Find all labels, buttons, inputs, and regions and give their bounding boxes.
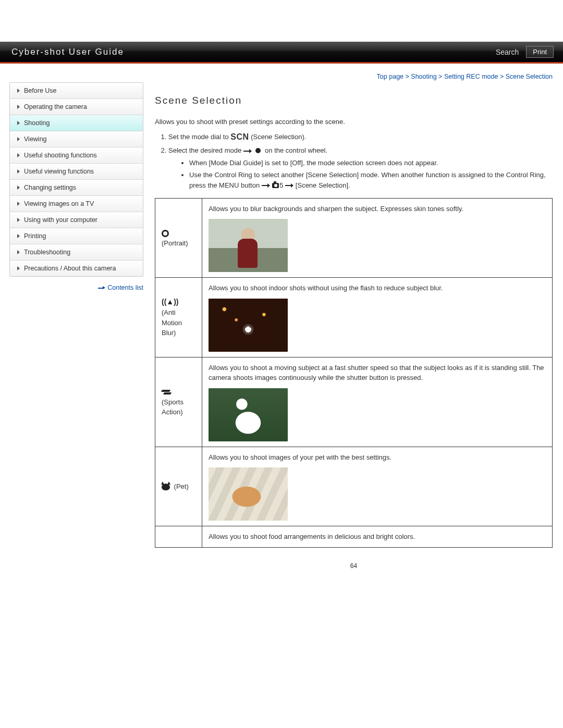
mode-name: (Pet) [172, 483, 189, 490]
scn-icon: SCN [230, 132, 249, 141]
sub-steps: When [Mode Dial Guide] is set to [Off], … [168, 158, 553, 191]
table-row: Allows you to shoot food arrangements in… [155, 526, 553, 548]
chevron-right-icon [17, 202, 20, 206]
mode-desc-cell: Allows you to shoot food arrangements in… [202, 526, 553, 548]
contents-list-link[interactable]: Contents list [107, 284, 143, 291]
mode-desc: Allows you to shoot a moving subject at … [209, 364, 544, 382]
header-title: Cyber-shot User Guide [11, 47, 124, 57]
step-text: 5 [279, 181, 283, 189]
search-link[interactable]: Search [496, 48, 519, 56]
sidebar-item-label: Before Use [24, 87, 57, 94]
header-bar: Cyber-shot User Guide Search Print [0, 42, 563, 64]
arrow-right-icon [98, 286, 105, 290]
mode-name: (Sports Action) [162, 398, 183, 416]
step-text: Set the mode dial to [168, 133, 230, 141]
sidebar-item-troubleshooting[interactable]: Troubleshooting [10, 244, 143, 261]
sidebar-item-useful-shooting[interactable]: Useful shooting functions [10, 147, 143, 164]
mode-desc: Allows you to shoot images of your pet w… [209, 453, 391, 461]
sidebar-item-label: Printing [24, 232, 46, 240]
sidebar-nav: Before Use Operating the camera Shooting… [9, 82, 143, 277]
step-2: Select the desired mode on the control w… [168, 145, 553, 191]
sidebar-item-printing[interactable]: Printing [10, 228, 143, 244]
sidebar-item-viewing-tv[interactable]: Viewing images on a TV [10, 196, 143, 212]
sidebar-item-label: Using with your computer [24, 216, 97, 224]
mode-icon-cell: (Sports Action) [155, 357, 202, 447]
mode-desc-cell: Allows you to shoot indoor shots without… [202, 278, 553, 357]
sidebar-item-label: Shooting [24, 119, 50, 127]
sidebar-item-label: Useful shooting functions [24, 152, 97, 159]
mode-icon-cell [155, 526, 202, 548]
step-text: (Scene Selection). [251, 133, 306, 141]
sub-step-1: When [Mode Dial Guide] is set to [Off], … [189, 158, 553, 168]
mode-name: (Anti Motion Blur) [162, 309, 182, 337]
anti-motion-blur-icon: ((▲)) [162, 297, 179, 307]
intro-text: Allows you to shoot with preset settings… [155, 118, 553, 126]
portrait-icon [162, 230, 169, 237]
chevron-right-icon [17, 234, 20, 238]
sidebar-item-label: Operating the camera [24, 103, 87, 110]
chevron-right-icon [17, 266, 20, 270]
sidebar: Before Use Operating the camera Shooting… [9, 73, 143, 570]
table-row: (Pet) Allows you to shoot images of your… [155, 447, 553, 526]
sidebar-item-computer[interactable]: Using with your computer [10, 212, 143, 228]
dot-icon [255, 148, 261, 153]
mode-icon-cell: (Portrait) [155, 198, 202, 278]
sidebar-item-viewing[interactable]: Viewing [10, 131, 143, 147]
table-row: ((▲)) (Anti Motion Blur) Allows you to s… [155, 278, 553, 357]
sidebar-item-label: Viewing [24, 135, 47, 143]
sidebar-item-label: Useful viewing functions [24, 168, 94, 175]
camera-icon [272, 183, 279, 188]
sidebar-item-label: Changing settings [24, 184, 76, 191]
chevron-right-icon [17, 250, 20, 254]
mode-thumbnail [209, 388, 288, 441]
table-row: (Portrait) Allows you to blur background… [155, 198, 553, 278]
arrow-right-icon [285, 183, 293, 188]
sidebar-item-before-use[interactable]: Before Use [10, 83, 143, 99]
sidebar-item-shooting[interactable]: Shooting [10, 115, 143, 131]
step-1: Set the mode dial to SCN (Scene Selectio… [168, 131, 553, 143]
main-content: Top page > Shooting > Setting REC mode >… [155, 73, 553, 570]
sub-step-2: Use the Control Ring to select another [… [189, 170, 553, 191]
sidebar-item-label: Precautions / About this camera [24, 265, 116, 272]
chevron-right-icon [17, 121, 20, 125]
table-row: (Sports Action) Allows you to shoot a mo… [155, 357, 553, 447]
sidebar-item-label: Troubleshooting [24, 249, 70, 256]
chevron-right-icon [17, 186, 20, 190]
mode-icon-cell: ((▲)) (Anti Motion Blur) [155, 278, 202, 357]
mode-desc-cell: Allows you to blur backgrounds and sharp… [202, 198, 553, 278]
mode-desc-cell: Allows you to shoot images of your pet w… [202, 447, 553, 526]
steps-list: Set the mode dial to SCN (Scene Selectio… [155, 131, 553, 191]
step-text: Use the Control Ring to select another [… [189, 171, 546, 189]
arrow-right-icon [262, 183, 270, 188]
sidebar-item-useful-viewing[interactable]: Useful viewing functions [10, 164, 143, 180]
sidebar-item-label: Viewing images on a TV [24, 200, 94, 207]
mode-desc-cell: Allows you to shoot a moving subject at … [202, 357, 553, 447]
page-title: Scene Selection [155, 95, 553, 106]
arrow-right-icon [243, 149, 252, 153]
mode-desc: Allows you to shoot indoor shots without… [209, 284, 443, 292]
step-text: [Scene Selection]. [296, 181, 350, 189]
step-text: on the control wheel. [265, 146, 327, 154]
mode-desc: Allows you to shoot food arrangements in… [209, 533, 415, 540]
mode-icon-cell: (Pet) [155, 447, 202, 526]
sidebar-item-precautions[interactable]: Precautions / About this camera [10, 261, 143, 276]
chevron-right-icon [17, 218, 20, 222]
chevron-right-icon [17, 137, 20, 141]
modes-table: (Portrait) Allows you to blur background… [155, 198, 553, 548]
chevron-right-icon [17, 153, 20, 157]
mode-thumbnail [209, 467, 288, 521]
print-button[interactable]: Print [526, 46, 554, 58]
breadcrumb[interactable]: Top page > Shooting > Setting REC mode >… [155, 73, 553, 80]
chevron-right-icon [17, 89, 20, 93]
mode-desc: Allows you to blur backgrounds and sharp… [209, 205, 463, 213]
chevron-right-icon [17, 169, 20, 174]
pet-icon [162, 484, 170, 490]
sidebar-item-changing-settings[interactable]: Changing settings [10, 180, 143, 196]
sidebar-item-operating[interactable]: Operating the camera [10, 99, 143, 115]
chevron-right-icon [17, 105, 20, 109]
mode-thumbnail [209, 219, 288, 272]
mode-name: (Portrait) [162, 239, 188, 247]
sports-action-icon [162, 389, 172, 396]
page-number: 64 [155, 562, 553, 570]
mode-thumbnail [209, 299, 288, 352]
